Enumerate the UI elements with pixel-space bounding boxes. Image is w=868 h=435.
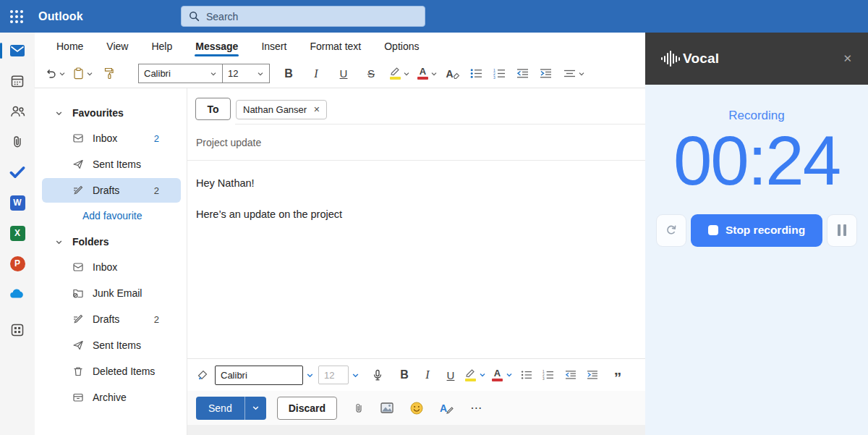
- indent-button[interactable]: [584, 364, 600, 386]
- rail-calendar-button[interactable]: [8, 72, 27, 90]
- recording-timer: 00:24: [645, 123, 868, 198]
- folder-inbox[interactable]: Inbox: [42, 255, 181, 279]
- favourite-inbox[interactable]: Inbox 2: [42, 126, 181, 151]
- font-color-button[interactable]: A: [492, 364, 513, 386]
- emoji-button[interactable]: [410, 402, 423, 415]
- insert-image-button[interactable]: [380, 402, 393, 413]
- outdent-button[interactable]: [514, 63, 530, 85]
- rail-todo-button[interactable]: [8, 164, 27, 181]
- powerpoint-icon: P: [10, 256, 25, 271]
- folder-sent-items[interactable]: Sent Items: [42, 333, 181, 358]
- chevron-down-icon[interactable]: [306, 372, 314, 379]
- folder-deleted-items[interactable]: Deleted Items: [42, 359, 181, 384]
- send-options-button[interactable]: [244, 397, 266, 420]
- bold-button[interactable]: B: [280, 63, 297, 85]
- stop-icon: [708, 225, 718, 235]
- align-button[interactable]: [563, 63, 585, 85]
- strikethrough-button[interactable]: S: [362, 63, 380, 85]
- emoji-icon: [410, 402, 423, 415]
- italic-button[interactable]: I: [307, 63, 325, 85]
- chevron-down-icon: [257, 71, 264, 77]
- divider: [235, 124, 645, 124]
- message-body-editor[interactable]: Hey Nathan! Here’s an update on the proj…: [187, 161, 645, 358]
- bullet-list-button[interactable]: [519, 364, 535, 386]
- recipient-pill[interactable]: Nathan Ganser ✕: [236, 100, 327, 119]
- app-launcher-button[interactable]: [0, 0, 33, 33]
- clear-formatting-button[interactable]: A: [445, 63, 461, 85]
- highlight-button[interactable]: [465, 364, 486, 386]
- format-painter-button[interactable]: [101, 63, 116, 85]
- font-size-select[interactable]: 12: [222, 64, 270, 83]
- numbered-list-button[interactable]: 123: [491, 63, 507, 85]
- dictate-button[interactable]: [370, 364, 386, 386]
- junk-folder-icon: [72, 287, 84, 299]
- favourites-label: Favourites: [72, 107, 124, 119]
- italic-button[interactable]: I: [419, 364, 436, 386]
- rail-more-apps-button[interactable]: [8, 321, 27, 339]
- search-input[interactable]: [206, 11, 417, 22]
- rail-powerpoint-button[interactable]: P: [8, 255, 27, 272]
- paste-button[interactable]: [73, 63, 93, 85]
- numbered-list-icon: 123: [542, 370, 554, 380]
- send-button[interactable]: Send: [196, 397, 244, 420]
- chevron-down-icon[interactable]: [352, 372, 359, 379]
- rail-onedrive-button[interactable]: [8, 285, 27, 303]
- tab-format-text[interactable]: Format text: [308, 34, 362, 59]
- numbered-list-button[interactable]: 123: [540, 364, 556, 386]
- underline-button[interactable]: U: [442, 364, 459, 386]
- favourites-header[interactable]: Favourites: [35, 101, 187, 124]
- remove-recipient-icon[interactable]: ✕: [313, 105, 320, 114]
- font-name-select[interactable]: Calibri: [138, 64, 222, 83]
- outdent-icon: [516, 68, 529, 79]
- highlight-button[interactable]: [390, 63, 410, 85]
- chevron-down-icon: [578, 71, 585, 77]
- folder-pane: Favourites Inbox 2 Sent Items Drafts 2 A…: [35, 88, 187, 435]
- tab-message[interactable]: Message: [194, 34, 239, 59]
- rail-people-button[interactable]: [8, 103, 27, 120]
- app-title: Outlook: [38, 10, 83, 23]
- discard-button[interactable]: Discard: [277, 397, 337, 420]
- tab-options[interactable]: Options: [383, 34, 420, 59]
- restart-recording-button[interactable]: [656, 214, 686, 247]
- add-favourite-link[interactable]: Add favourite: [35, 204, 187, 227]
- favourite-drafts[interactable]: Drafts 2: [42, 178, 181, 203]
- more-options-button[interactable]: ⋯: [470, 401, 482, 415]
- stop-recording-button[interactable]: Stop recording: [691, 214, 822, 247]
- signature-button[interactable]: A: [440, 402, 454, 414]
- outdent-button[interactable]: [562, 364, 578, 386]
- blockquote-button[interactable]: ”: [610, 364, 626, 386]
- folder-drafts[interactable]: Drafts 2: [42, 307, 181, 331]
- tab-home[interactable]: Home: [55, 34, 85, 59]
- favourite-sent-items[interactable]: Sent Items: [42, 152, 181, 177]
- format-painter-icon: [103, 67, 114, 80]
- font-size-input[interactable]: 12: [318, 366, 349, 384]
- compose-action-bar: Send Discard A ⋯: [187, 391, 645, 425]
- tab-view[interactable]: View: [105, 34, 129, 59]
- folder-junk-email[interactable]: Junk Email: [42, 281, 181, 305]
- font-name-input[interactable]: Calibri: [215, 366, 303, 385]
- bullet-list-button[interactable]: [468, 63, 484, 85]
- tab-insert[interactable]: Insert: [260, 34, 288, 59]
- compose-footer-strip: [187, 425, 645, 435]
- rail-excel-button[interactable]: X: [8, 224, 27, 242]
- rail-mail-button[interactable]: [8, 42, 27, 59]
- rail-word-button[interactable]: W: [8, 194, 27, 211]
- subject-field[interactable]: Project update: [187, 124, 645, 161]
- font-color-button[interactable]: A: [417, 63, 438, 85]
- format-painter-button[interactable]: [195, 364, 210, 386]
- pause-recording-button[interactable]: [827, 214, 857, 247]
- top-bar: Outlook: [0, 0, 868, 33]
- tab-help[interactable]: Help: [150, 34, 174, 59]
- bold-button[interactable]: B: [396, 364, 413, 386]
- folder-archive[interactable]: Archive: [42, 385, 181, 410]
- undo-button[interactable]: [45, 63, 66, 85]
- chevron-down-icon: [55, 110, 63, 117]
- indent-button[interactable]: [537, 63, 553, 85]
- folders-header[interactable]: Folders: [35, 230, 187, 253]
- to-button[interactable]: To: [195, 98, 231, 120]
- attach-file-button[interactable]: [354, 402, 364, 415]
- underline-button[interactable]: U: [335, 63, 352, 85]
- search-box[interactable]: [181, 6, 425, 27]
- rail-attachments-button[interactable]: [8, 133, 27, 151]
- close-panel-button[interactable]: ✕: [843, 52, 852, 65]
